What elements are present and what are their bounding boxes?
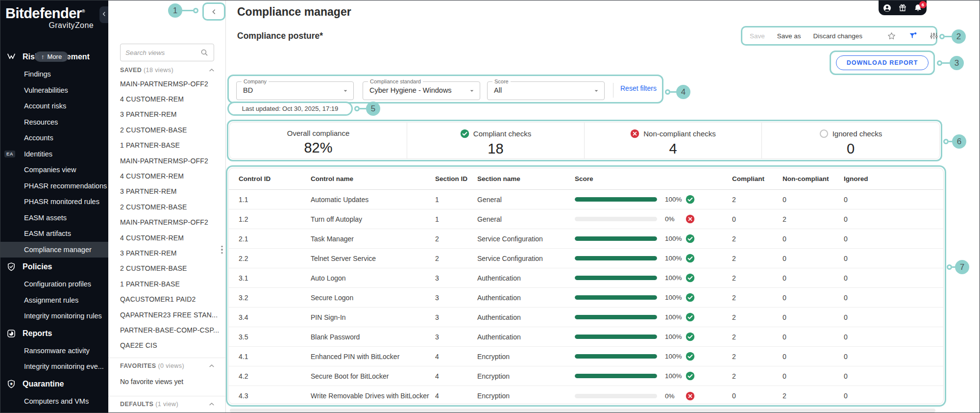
sidebar-section-policies[interactable]: Policies [0, 258, 108, 276]
cell-section-name: Encryption [477, 392, 575, 400]
view-item[interactable]: QAPARTNER23 FREE STAN... [108, 307, 225, 322]
sidebar-section-reports[interactable]: Reports [0, 324, 108, 343]
views-group-header-defaults[interactable]: DEFAULTS (1 view) [108, 398, 225, 410]
cell-section-id: 2 [435, 255, 477, 262]
reset-filters-link[interactable]: Reset filters [620, 84, 657, 92]
table-row[interactable]: 3.5Blank Password3Authentication100%200 [229, 327, 943, 347]
view-item[interactable]: QAE2E CIS [108, 338, 225, 353]
table-row[interactable]: 1.2Turn off Autoplay1General0%020 [229, 209, 943, 229]
cell-score: 100% [575, 234, 732, 243]
ignored-ring-icon [819, 129, 829, 138]
view-item[interactable]: 2 CUSTOMER-BASE [108, 199, 225, 214]
search-input[interactable] [125, 49, 200, 56]
view-item[interactable]: 3 PARTNER-REM [108, 184, 225, 199]
chevron-up-icon[interactable] [208, 66, 216, 74]
column-header-compliant[interactable]: Compliant [732, 175, 783, 182]
view-item[interactable]: MAIN-PARTNERMSP-OFF2 [108, 153, 225, 168]
sidebar-item-computers-and-vms[interactable]: Computers and VMs [0, 393, 108, 410]
view-item[interactable]: 2 CUSTOMER-BASE [108, 122, 225, 137]
view-item[interactable]: MAIN-PARTNERMSP-OFF2 [108, 76, 225, 91]
standard-filter-value: Cyber Hygiene - Windows [369, 86, 452, 94]
panel-resize-handle[interactable] [219, 243, 225, 257]
sidebar-item-account-risks[interactable]: Account risks [0, 98, 108, 114]
view-item[interactable]: 1 PARTNER-BASE [108, 276, 225, 291]
score-filter-dropdown[interactable]: Score All [487, 81, 605, 100]
user-account-icon[interactable] [882, 3, 892, 13]
table-row[interactable]: 4.3Write Removable Drives with BitLocker… [229, 386, 943, 404]
view-item[interactable]: PARTNER-BASE-COMP-CSP... [108, 322, 225, 337]
sidebar-item-label: Integrity monitoring eve... [24, 362, 104, 370]
column-header-score[interactable]: Score [575, 175, 732, 182]
sidebar-item-findings[interactable]: Findings [0, 66, 108, 82]
sidebar-item-compliance-manager[interactable]: Compliance manager [0, 242, 108, 258]
table-row[interactable]: 1.1Automatic Updates1General100%200 [229, 190, 943, 209]
download-report-button[interactable]: DOWNLOAD REPORT [836, 55, 929, 70]
favorite-star-icon[interactable] [887, 31, 896, 41]
sidebar-item-phasr-recommendations[interactable]: PHASR recommendations [0, 178, 108, 194]
sidebar-item-phasr-monitored-rules[interactable]: PHASR monitored rules [0, 194, 108, 210]
sidebar-item-configuration-profiles[interactable]: Configuration profiles [0, 276, 108, 292]
table-row[interactable]: 2.2Telnet Server Service2Service Configu… [229, 249, 943, 268]
sidebar-item-integrity-monitoring-rules[interactable]: Integrity monitoring rules [0, 308, 108, 324]
sidebar-item-easm-assets[interactable]: EASM assets [0, 210, 108, 226]
sidebar-section-risk-management[interactable]: Risk management↑More [0, 48, 108, 66]
score-percent-label: 0% [665, 392, 686, 400]
sidebar-item-accounts[interactable]: Accounts [0, 130, 108, 146]
column-header-control-name[interactable]: Control name [311, 175, 435, 182]
column-header-section-name[interactable]: Section name [477, 175, 575, 182]
view-item[interactable]: 4 CUSTOMER-REM [108, 230, 225, 245]
column-header-section-id[interactable]: Section ID [435, 175, 477, 182]
views-panel-collapse-button[interactable] [202, 2, 225, 21]
compliance-standard-filter-dropdown[interactable]: Compliance standard Cyber Hygiene - Wind… [363, 81, 480, 100]
sidebar-item-identities[interactable]: EAIdentities [0, 146, 108, 162]
view-item[interactable]: MAIN-PARTNERMSP-OFF2 [108, 215, 225, 230]
table-row[interactable]: 3.4PIN Sign-In3Authentication100%200 [229, 308, 943, 327]
cell-compliant: 2 [732, 372, 783, 380]
sidebar-collapse-button[interactable] [99, 6, 108, 23]
summary-card-label: Compliant checks [460, 129, 531, 138]
column-header-control-id[interactable]: Control ID [239, 175, 311, 182]
sidebar-item-companies-view[interactable]: Companies view [0, 162, 108, 178]
save-button[interactable]: Save [750, 32, 765, 40]
chevron-up-icon[interactable] [208, 400, 216, 408]
notifications-bell-icon[interactable]: 6 [913, 3, 923, 13]
save-as-button[interactable]: Save as [777, 32, 801, 40]
table-row[interactable]: 2.1Task Manager2Service Configuration100… [229, 229, 943, 249]
table-row[interactable]: 3.1Auto Logon3Authentication100%200 [229, 268, 943, 288]
view-item[interactable]: 3 PARTNER-REM [108, 107, 225, 122]
cell-ignored: 0 [844, 392, 943, 400]
summary-card-value: 4 [669, 141, 677, 157]
sidebar-item-vulnerabilities[interactable]: Vulnerabilities [0, 82, 108, 99]
view-item[interactable]: 2 CUSTOMER-BASE [108, 261, 225, 276]
summary-card-compliant-checks: Compliant checks18 [407, 123, 585, 158]
sidebar-item-assignment-rules[interactable]: Assignment rules [0, 292, 108, 309]
sidebar-item-resources[interactable]: Resources [0, 114, 108, 130]
sidebar-item-integrity-monitoring-eve[interactable]: Integrity monitoring eve... [0, 359, 108, 375]
view-item[interactable]: 4 CUSTOMER-REM [108, 91, 225, 106]
column-header-ignored[interactable]: Ignored [844, 175, 943, 182]
view-item[interactable]: 1 PARTNER-BASE [108, 138, 225, 153]
settings-sliders-icon[interactable] [930, 31, 938, 40]
filter-funnel-icon[interactable] [908, 31, 917, 40]
views-group-header-saved[interactable]: SAVED (18 views) [108, 64, 225, 76]
sidebar-item-ransomware-activity[interactable]: Ransomware activity [0, 343, 108, 359]
views-group-header-favorites[interactable]: FAVORITES (0 views) [108, 360, 225, 372]
table-row[interactable]: 4.2Secure Boot for BitLocker4Encryption1… [229, 366, 943, 386]
sidebar-section-quarantine[interactable]: ★Quarantine [0, 375, 108, 393]
column-header-non-compliant[interactable]: Non-compliant [783, 175, 844, 182]
table-row[interactable]: 3.2Secure Logon3Authentication100%200 [229, 288, 943, 308]
group-divider [108, 396, 225, 396]
chevron-up-icon[interactable] [208, 362, 216, 370]
more-button[interactable]: ↑More [35, 52, 68, 62]
company-filter-dropdown[interactable]: Company BD [236, 81, 354, 100]
view-item[interactable]: 3 PARTNER-REM [108, 245, 225, 260]
sidebar-item-easm-artifacts[interactable]: EASM artifacts [0, 226, 108, 242]
view-item[interactable]: QACUSTOMER1 PAID2 [108, 291, 225, 307]
score-bar [575, 256, 657, 260]
discard-changes-button[interactable]: Discard changes [813, 32, 863, 40]
gift-icon[interactable] [898, 3, 907, 12]
table-row[interactable]: 4.1Enhanced PIN with BitLocker4Encryptio… [229, 347, 943, 366]
view-item[interactable]: 4 CUSTOMER-REM [108, 168, 225, 183]
horizontal-scrollbar[interactable] [230, 409, 935, 413]
check-badge-icon [686, 312, 695, 322]
